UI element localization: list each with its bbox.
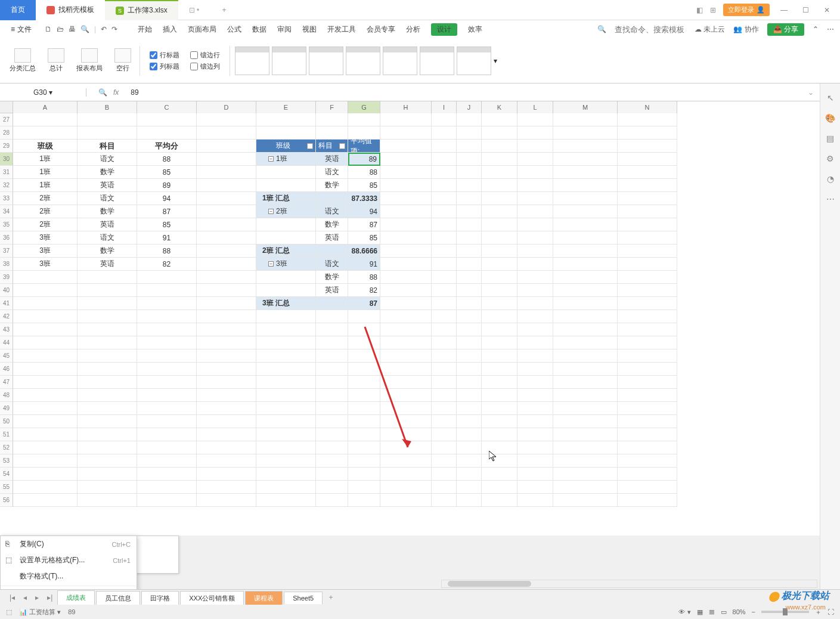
cell[interactable]	[380, 113, 432, 126]
cell[interactable]	[256, 441, 316, 454]
cell[interactable]	[78, 494, 137, 507]
ribbon-subtotal[interactable]: 分类汇总	[6, 48, 39, 73]
cell[interactable]	[432, 389, 457, 402]
cell[interactable]	[137, 363, 197, 376]
cell[interactable]	[553, 310, 618, 323]
cell[interactable]	[316, 389, 348, 402]
cell[interactable]: 1班	[13, 153, 78, 166]
cell[interactable]	[618, 363, 677, 376]
cell[interactable]	[457, 468, 482, 481]
cell[interactable]	[482, 454, 517, 468]
cell[interactable]	[256, 481, 316, 494]
cell[interactable]	[13, 323, 78, 336]
horizontal-scrollbar[interactable]	[441, 580, 817, 588]
cell[interactable]	[618, 454, 677, 468]
cell[interactable]	[78, 376, 137, 389]
cell[interactable]	[457, 231, 482, 244]
cell[interactable]: 88	[137, 244, 197, 258]
cell[interactable]	[517, 494, 553, 507]
cell[interactable]	[553, 297, 618, 310]
cell[interactable]	[517, 376, 553, 389]
cell[interactable]	[553, 179, 618, 192]
row-header[interactable]: 44	[0, 336, 13, 349]
cell[interactable]	[517, 441, 553, 454]
row-header[interactable]: 55	[0, 481, 13, 494]
cell[interactable]	[78, 481, 137, 494]
cell[interactable]	[137, 323, 197, 336]
cell[interactable]	[197, 126, 256, 140]
view-eye-icon[interactable]: 👁 ▾	[678, 608, 690, 616]
check-row-header[interactable]: 行标题	[150, 51, 179, 60]
cell[interactable]	[380, 271, 432, 284]
row-header[interactable]: 36	[0, 231, 13, 244]
tab-design[interactable]: 设计	[431, 23, 457, 36]
cell[interactable]	[13, 284, 78, 297]
ribbon-collapse-icon[interactable]: ⌃	[813, 25, 819, 33]
cell[interactable]: −3班	[256, 258, 316, 271]
cell[interactable]: 85	[348, 179, 380, 192]
tab-efficiency[interactable]: 效率	[468, 24, 482, 35]
cell[interactable]	[432, 192, 457, 205]
cell[interactable]	[316, 113, 348, 126]
cell[interactable]	[78, 297, 137, 310]
cell[interactable]	[517, 336, 553, 349]
cell[interactable]	[380, 415, 432, 428]
cell[interactable]	[316, 310, 348, 323]
cell[interactable]	[348, 441, 380, 454]
cell[interactable]	[137, 376, 197, 389]
cell[interactable]	[482, 428, 517, 441]
cell[interactable]	[517, 323, 553, 336]
cell[interactable]	[13, 126, 78, 140]
check-col-header[interactable]: 列标题	[150, 62, 179, 71]
row-header[interactable]: 34	[0, 205, 13, 218]
cell[interactable]	[517, 179, 553, 192]
cell[interactable]	[432, 244, 457, 258]
cell[interactable]	[316, 494, 348, 507]
cell[interactable]	[482, 481, 517, 494]
cell[interactable]	[457, 402, 482, 415]
row-header[interactable]: 28	[0, 126, 13, 140]
cell[interactable]	[553, 244, 618, 258]
cell[interactable]	[457, 284, 482, 297]
cell[interactable]	[380, 336, 432, 349]
row-header[interactable]: 48	[0, 389, 13, 402]
cell[interactable]	[457, 336, 482, 349]
cell[interactable]	[316, 454, 348, 468]
cell[interactable]	[553, 153, 618, 166]
row-header[interactable]: 38	[0, 258, 13, 271]
cell[interactable]	[256, 310, 316, 323]
cell[interactable]	[553, 231, 618, 244]
cell[interactable]	[618, 376, 677, 389]
cell[interactable]	[197, 363, 256, 376]
cell[interactable]	[316, 481, 348, 494]
cell[interactable]: 科目	[316, 140, 348, 153]
cell[interactable]	[197, 166, 256, 179]
cell[interactable]	[197, 481, 256, 494]
cell[interactable]: 班级	[256, 140, 316, 153]
cell[interactable]	[197, 218, 256, 231]
cell[interactable]	[457, 415, 482, 428]
tab-formula[interactable]: 公式	[227, 24, 241, 35]
row-header[interactable]: 52	[0, 441, 13, 454]
cell[interactable]	[432, 284, 457, 297]
cell[interactable]	[432, 258, 457, 271]
cell[interactable]	[517, 428, 553, 441]
sheet-tab[interactable]: 成绩表	[57, 590, 95, 606]
row-header[interactable]: 49	[0, 402, 13, 415]
tab-view[interactable]: 视图	[302, 24, 317, 35]
cell[interactable]	[316, 363, 348, 376]
cell[interactable]	[432, 454, 457, 468]
cell[interactable]: 85	[137, 218, 197, 231]
cell[interactable]	[78, 402, 137, 415]
cell[interactable]: 数学	[78, 244, 137, 258]
cell[interactable]	[553, 415, 618, 428]
login-button[interactable]: 立即登录👤	[723, 4, 770, 16]
cell[interactable]	[137, 454, 197, 468]
cell[interactable]	[380, 481, 432, 494]
pivot-style-gallery[interactable]: ▾	[235, 47, 497, 75]
cell[interactable]	[457, 310, 482, 323]
tab-template[interactable]: 找稻壳模板	[36, 0, 105, 20]
ribbon-layout[interactable]: 报表布局	[73, 48, 106, 73]
cell[interactable]	[197, 284, 256, 297]
cell[interactable]	[517, 258, 553, 271]
